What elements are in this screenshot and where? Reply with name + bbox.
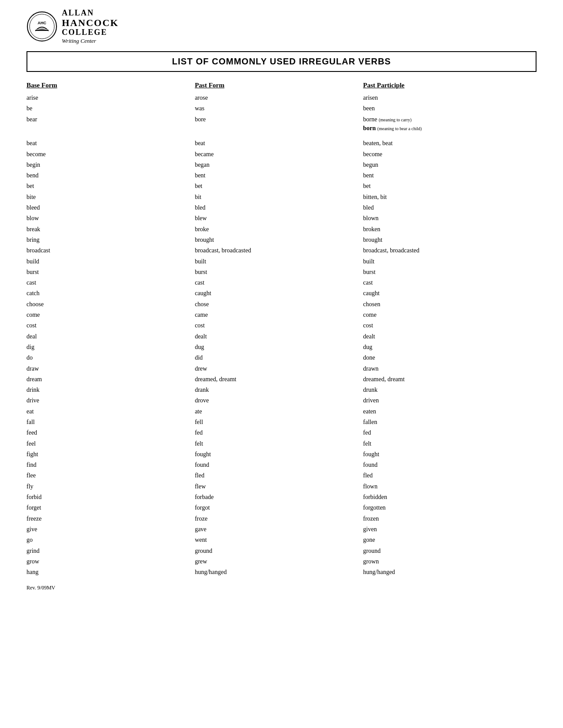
past-participle-cell: begun — [363, 160, 537, 170]
table-row: beginbeganbegun — [26, 160, 537, 170]
base-form-cell: find — [26, 460, 195, 470]
past-participle-cell: bitten, bit — [363, 192, 537, 203]
past-form-cell: went — [195, 535, 363, 545]
logo-text: ALLAN HANCOCK COLLEGE Writing Center — [62, 9, 119, 44]
base-form-cell: become — [26, 149, 195, 160]
past-form-cell: bore — [195, 114, 363, 134]
base-form-cell: be — [26, 103, 195, 114]
base-form-cell: fight — [26, 449, 195, 460]
table-row: grindgroundground — [26, 546, 537, 556]
past-form-cell: grew — [195, 556, 363, 567]
past-participle-cell: found — [363, 460, 537, 470]
base-form-cell: blow — [26, 213, 195, 224]
table-row: blowblewblown — [26, 213, 537, 224]
table-row: beatbeatbeaten, beat — [26, 138, 537, 149]
past-participle-cell: chosen — [363, 299, 537, 310]
base-form-cell: broadcast — [26, 245, 195, 256]
past-form-cell: drew — [195, 364, 363, 374]
table-row: gowentgone — [26, 535, 537, 545]
past-participle-cell: cost — [363, 320, 537, 331]
base-form-cell: burst — [26, 267, 195, 278]
table-row: drivedrovedriven — [26, 395, 537, 406]
table-row: feedfedfed — [26, 428, 537, 438]
past-participle-cell: eaten — [363, 406, 537, 417]
past-form-cell: became — [195, 149, 363, 160]
past-form-cell: did — [195, 353, 363, 363]
verb-table-body: arisearosearisenbewasbeenbearboreborne (… — [26, 93, 537, 578]
past-form-cell: brought — [195, 235, 363, 245]
past-form-cell: cost — [195, 320, 363, 331]
base-form-cell: cast — [26, 278, 195, 288]
past-form-cell: drove — [195, 395, 363, 406]
table-row: comecamecome — [26, 310, 537, 320]
base-form-cell: grind — [26, 546, 195, 556]
past-form-cell: fell — [195, 417, 363, 428]
past-participle-cell: felt — [363, 439, 537, 449]
base-form-cell: bring — [26, 235, 195, 245]
table-row: broadcastbroadcast, broadcastedbroadcast… — [26, 245, 537, 256]
past-form-cell: ate — [195, 406, 363, 417]
table-row: becomebecamebecome — [26, 149, 537, 160]
past-form-cell: broadcast, broadcasted — [195, 245, 363, 256]
base-form-cell: bet — [26, 181, 195, 191]
table-row: costcostcost — [26, 320, 537, 331]
past-form-cell: arose — [195, 93, 363, 103]
past-participle-cell: fed — [363, 428, 537, 438]
past-participle-cell: dug — [363, 342, 537, 353]
table-row: drawdrewdrawn — [26, 364, 537, 374]
base-form-cell: hang — [26, 567, 195, 578]
past-participle-cell: cast — [363, 278, 537, 288]
past-form-cell: forgot — [195, 503, 363, 513]
logo-line3: COLLEGE — [62, 28, 119, 37]
past-participle-cell: dealt — [363, 331, 537, 342]
past-form-cell: forbade — [195, 492, 363, 503]
past-form-cell: dealt — [195, 331, 363, 342]
past-participle-cell: arisen — [363, 93, 537, 103]
table-row: freezefrozefrozen — [26, 514, 537, 524]
past-form-cell: bit — [195, 192, 363, 203]
past-participle-cell: flown — [363, 481, 537, 492]
past-participle-cell: dreamed, dreamt — [363, 374, 537, 385]
base-form-cell: flee — [26, 470, 195, 481]
table-row: catchcaughtcaught — [26, 288, 537, 299]
past-participle-cell: fought — [363, 449, 537, 460]
past-participle-cell: given — [363, 524, 537, 535]
base-form-cell: break — [26, 224, 195, 235]
table-row: digdugdug — [26, 342, 537, 353]
past-participle-cell: gone — [363, 535, 537, 545]
base-form-cell: draw — [26, 364, 195, 374]
table-row: growgrewgrown — [26, 556, 537, 567]
title-box: LIST OF COMMONLY USED IRREGULAR VERBS — [26, 51, 537, 72]
table-row: buildbuiltbuilt — [26, 256, 537, 267]
past-participle-cell: hung/hanged — [363, 567, 537, 578]
col-header-participle: Past Participle — [363, 81, 537, 93]
base-form-cell: dream — [26, 374, 195, 385]
base-form-cell: bleed — [26, 203, 195, 213]
past-participle-cell: become — [363, 149, 537, 160]
base-form-cell: do — [26, 353, 195, 363]
table-row: burstburstburst — [26, 267, 537, 278]
logo-container: AHC ALLAN HANCOCK COLLEGE Writing Center — [26, 9, 119, 44]
past-form-cell: caught — [195, 288, 363, 299]
table-row: castcastcast — [26, 278, 537, 288]
past-form-cell: dug — [195, 342, 363, 353]
base-form-cell: go — [26, 535, 195, 545]
base-form-cell: bite — [26, 192, 195, 203]
base-form-cell: bear — [26, 114, 195, 134]
past-participle-cell: forgotten — [363, 503, 537, 513]
svg-text:AHC: AHC — [38, 21, 46, 25]
revision-text: Rev. 9/09MV — [26, 585, 537, 591]
past-participle-cell: burst — [363, 267, 537, 278]
svg-point-1 — [30, 14, 54, 39]
page-title: LIST OF COMMONLY USED IRREGULAR VERBS — [36, 56, 527, 67]
past-form-cell: found — [195, 460, 363, 470]
past-form-cell: began — [195, 160, 363, 170]
base-form-cell: come — [26, 310, 195, 320]
table-row: dreamdreamed, dreamtdreamed, dreamt — [26, 374, 537, 385]
past-participle-cell: caught — [363, 288, 537, 299]
logo-line2: HANCOCK — [62, 18, 119, 28]
past-form-cell: bet — [195, 181, 363, 191]
table-row: bitebitbitten, bit — [26, 192, 537, 203]
past-form-cell: came — [195, 310, 363, 320]
table-row: bendbentbent — [26, 170, 537, 181]
